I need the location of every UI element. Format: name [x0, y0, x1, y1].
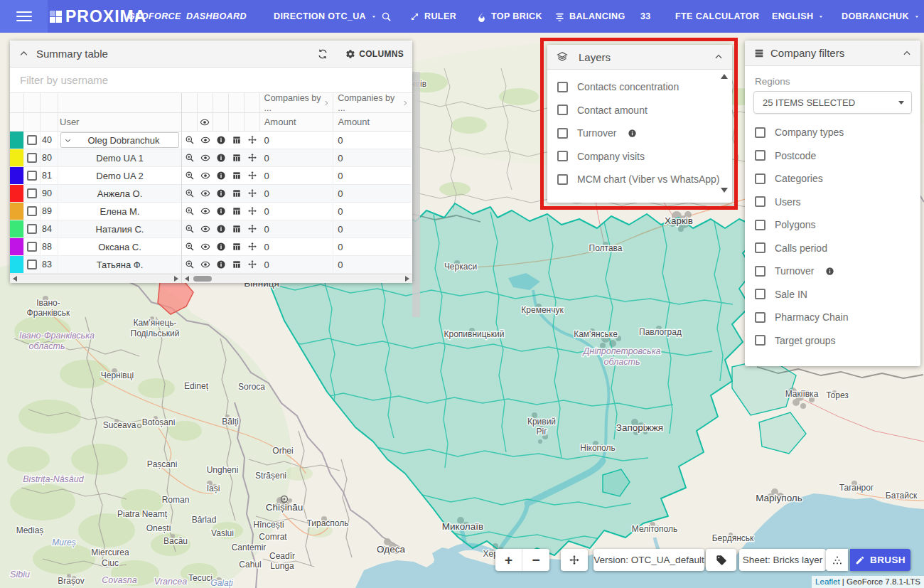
zoom-to-user-icon[interactable]: [185, 171, 195, 181]
zoom-to-user-icon[interactable]: [185, 153, 195, 163]
collapse-chevron-icon[interactable]: [902, 48, 912, 58]
visibility-icon[interactable]: [200, 171, 210, 181]
right-pane-scrollbar[interactable]: [182, 274, 412, 283]
info-icon[interactable]: [216, 206, 226, 216]
row-checkbox[interactable]: [27, 135, 37, 145]
row-checkbox[interactable]: [27, 224, 37, 234]
calendar-icon[interactable]: [232, 242, 242, 252]
user-name-dropdown[interactable]: Oleg Dobranchuk: [60, 132, 178, 148]
move-icon[interactable]: [247, 242, 257, 252]
calendar-icon[interactable]: [232, 171, 242, 181]
zoom-out-button[interactable]: −: [522, 549, 549, 571]
filter-option-sale-in[interactable]: Sale IN: [745, 283, 920, 306]
scroll-down-arrow[interactable]: [721, 188, 728, 193]
zoom-in-button[interactable]: +: [495, 549, 522, 571]
filter-option-calls-period[interactable]: Calls period: [745, 237, 920, 260]
leaflet-link[interactable]: Leaflet: [815, 577, 840, 586]
checkbox[interactable]: [755, 150, 765, 161]
group-header-companies[interactable]: Companies by ...: [260, 93, 334, 112]
calendar-icon[interactable]: [232, 135, 242, 145]
hierarchy-button[interactable]: [826, 549, 848, 571]
nav-balancing[interactable]: BALANCING: [554, 0, 625, 33]
checkbox[interactable]: [755, 196, 765, 207]
zoom-to-user-icon[interactable]: [185, 188, 195, 198]
nav-direction-dropdown[interactable]: DIRECTION OTC_UA: [274, 0, 377, 33]
user-color-swatch[interactable]: [10, 220, 23, 237]
filter-option-users[interactable]: Users: [745, 191, 920, 214]
version-button[interactable]: Version: OTC_UA_default: [593, 549, 704, 571]
columns-button[interactable]: COLUMNS: [345, 49, 404, 59]
layer-option-company-visits[interactable]: Company visits: [547, 145, 732, 169]
move-icon[interactable]: [247, 135, 257, 145]
scroll-up-arrow[interactable]: [721, 74, 728, 79]
layer-option-contact-amount[interactable]: Contact amount: [547, 99, 732, 122]
visibility-icon[interactable]: [200, 224, 210, 234]
info-icon[interactable]: [216, 188, 226, 198]
info-icon[interactable]: [216, 171, 226, 181]
user-color-swatch[interactable]: [10, 132, 23, 149]
sheet-button[interactable]: Sheet: Bricks layer: [739, 549, 826, 571]
visibility-icon[interactable]: [200, 260, 210, 269]
nav-ruler[interactable]: RULER: [409, 0, 456, 33]
info-icon[interactable]: [216, 260, 226, 269]
layer-option-contacts-concentration[interactable]: Contacts concentration: [547, 75, 732, 99]
refresh-icon[interactable]: [317, 48, 328, 60]
user-color-swatch[interactable]: [10, 256, 23, 273]
scrollbar-thumb[interactable]: [193, 276, 212, 282]
filter-option-categories[interactable]: Categories: [745, 167, 920, 191]
user-color-swatch[interactable]: [10, 167, 23, 184]
move-icon[interactable]: [247, 153, 257, 163]
filter-username-input[interactable]: [10, 68, 412, 92]
checkbox[interactable]: [557, 174, 568, 185]
visibility-icon[interactable]: [200, 135, 210, 145]
user-color-swatch[interactable]: [10, 203, 23, 220]
row-checkbox[interactable]: [27, 260, 37, 269]
checkbox[interactable]: [755, 220, 765, 230]
checkbox[interactable]: [755, 266, 765, 277]
move-icon[interactable]: [247, 171, 257, 181]
filter-option-polygons[interactable]: Polygons: [745, 213, 920, 237]
zoom-to-user-icon[interactable]: [185, 224, 195, 234]
info-icon[interactable]: [216, 242, 226, 252]
regions-select[interactable]: 25 ITEMS SELECTED: [753, 91, 912, 114]
filter-option-postcode[interactable]: Postcode: [745, 144, 920, 168]
filter-option-turnover[interactable]: Turnover: [745, 260, 920, 283]
filter-option-pharmacy-chain[interactable]: Pharmacy Chain: [745, 306, 920, 329]
checkbox[interactable]: [755, 289, 765, 299]
scroll-left-arrow[interactable]: [182, 274, 192, 283]
row-checkbox[interactable]: [27, 153, 37, 163]
nav-user-dropdown[interactable]: DOBRANCHUK: [842, 0, 920, 33]
move-icon[interactable]: [247, 188, 257, 198]
visibility-icon[interactable]: [200, 153, 210, 163]
panel-scroll-strip[interactable]: [412, 72, 420, 317]
nav-language-dropdown[interactable]: ENGLISH: [772, 0, 824, 33]
left-pane-scrollbar[interactable]: [10, 274, 182, 283]
tag-button[interactable]: [706, 549, 736, 571]
move-icon[interactable]: [247, 224, 257, 234]
nav-fte-calculator[interactable]: FTE CALCULATOR: [675, 0, 759, 33]
collapse-chevron-icon[interactable]: [714, 52, 724, 62]
info-icon[interactable]: [216, 135, 226, 145]
calendar-icon[interactable]: [232, 206, 242, 216]
move-icon[interactable]: [247, 260, 257, 269]
checkbox[interactable]: [755, 312, 765, 323]
expand-column-icon[interactable]: [323, 100, 330, 107]
zoom-to-user-icon[interactable]: [185, 135, 195, 145]
brush-button[interactable]: BRUSH: [850, 549, 910, 571]
checkbox[interactable]: [557, 82, 568, 92]
pan-mode-button[interactable]: [561, 549, 588, 571]
nav-count-badge[interactable]: 33: [640, 0, 651, 33]
filter-option-company-types[interactable]: Company types: [745, 121, 920, 144]
scroll-right-arrow[interactable]: [402, 274, 412, 283]
zoom-to-user-icon[interactable]: [185, 206, 195, 216]
zoom-to-user-icon[interactable]: [185, 242, 195, 252]
nav-dashboard[interactable]: DASHBOARD: [186, 0, 247, 33]
collapse-chevron-icon[interactable]: [18, 48, 29, 59]
layer-option-turnover[interactable]: Turnover: [547, 122, 732, 145]
nav-top-brick[interactable]: TOP BRICK: [476, 0, 542, 33]
calendar-icon[interactable]: [232, 153, 242, 163]
move-icon[interactable]: [247, 206, 257, 216]
info-icon[interactable]: [216, 153, 226, 163]
layer-option-mcm-chart[interactable]: MCM chart (Viber vs WhatsApp): [547, 168, 732, 191]
calendar-icon[interactable]: [232, 260, 242, 269]
